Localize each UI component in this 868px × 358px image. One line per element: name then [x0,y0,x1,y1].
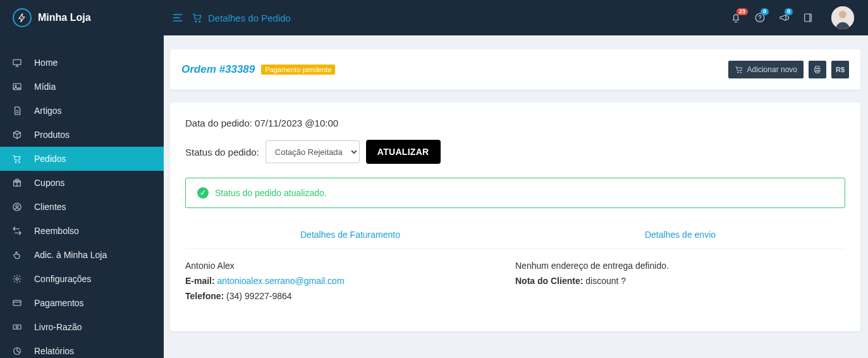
sidebar-item-payments[interactable]: Pagamentos [0,291,164,315]
svg-rect-22 [816,66,819,69]
image-icon [11,82,23,92]
sidebar-item-label: Adic. à Minha Loja [34,250,107,260]
sidebar-item-label: Reembolso [34,226,79,236]
sidebar-item-label: Produtos [34,130,70,140]
billing-phone: (34) 99227-9864 [226,291,292,301]
order-date-text: Data do pedido: 07/11/2023 @10:00 [185,118,845,128]
card-icon [11,298,23,308]
sidebar-item-label: Relatórios [34,346,74,356]
sidebar-item-label: Configurações [34,274,91,284]
payment-status-badge: Pagamento pendente [261,65,335,75]
status-label: Status do pedido: [185,147,259,157]
announce-badge: 0 [785,8,793,15]
success-alert: ✓ Status do pedido atualizado. [185,178,845,208]
main: Ordem #33389 Pagamento pendente Adiciona… [164,35,868,358]
note-value: discount ? [585,276,626,286]
sidebar-item-refund[interactable]: Reembolso [0,219,164,243]
sidebar-item-ledger[interactable]: Livro-Razão [0,315,164,339]
note-label: Nota do Cliente: [515,276,583,286]
section-divider [185,249,845,249]
svg-point-15 [16,278,18,280]
page-title: Detalhes do Pedido [208,13,291,23]
add-new-button[interactable]: Adicionar novo [728,61,804,78]
svg-point-6 [839,11,847,18]
billing-name: Antonio Alex [185,261,515,271]
megaphone-icon[interactable]: 0 [778,12,790,23]
sidebar-item-label: Mídia [34,82,56,92]
menu-toggle-icon[interactable] [171,11,184,24]
sidebar-item-reports[interactable]: Relatórios [0,339,164,358]
sidebar-item-addstore[interactable]: Adic. à Minha Loja [0,243,164,267]
help-badge: 0 [761,8,769,15]
svg-point-14 [16,205,18,207]
book-icon[interactable] [802,12,814,23]
status-select[interactable]: Cotação Rejeitada [266,140,360,163]
brand-title: Minha Loja [38,12,91,23]
sidebar-item-orders[interactable]: Pedidos [0,147,164,171]
currency-label: R$ [836,66,845,73]
gear-icon [11,274,23,284]
brand-logo-icon [13,8,32,27]
update-button[interactable]: ATUALIZAR [366,140,441,164]
add-new-label: Adicionar novo [747,65,797,74]
svg-point-21 [740,72,741,73]
topbar-left: Detalhes do Pedido [164,11,291,24]
sidebar-item-settings[interactable]: Configurações [0,267,164,291]
pointer-icon [11,250,23,260]
monitor-icon [11,58,23,68]
order-body-card: Data do pedido: 07/11/2023 @10:00 Status… [170,102,860,331]
sidebar-item-coupons[interactable]: Cupons [0,171,164,195]
sidebar-item-label: Home [34,58,58,68]
currency-button[interactable]: R$ [831,61,849,78]
sidebar-item-label: Pedidos [34,154,66,164]
topbar: Minha Loja Detalhes do Pedido 23 0 [0,0,868,35]
order-header-card: Ordem #33389 Pagamento pendente Adiciona… [170,49,860,90]
sidebar-item-products[interactable]: Produtos [0,123,164,147]
svg-point-1 [199,21,200,22]
sidebar-item-label: Livro-Razão [34,322,82,332]
shipping-no-address: Nenhum endereço de entrega definido. [515,261,845,271]
sidebar-item-label: Cupons [34,178,64,188]
svg-rect-7 [13,59,21,65]
svg-point-3 [759,20,761,21]
avatar[interactable] [831,6,854,29]
money-icon [11,322,23,332]
phone-label: Telefone: [185,291,224,301]
svg-point-10 [15,162,16,163]
sidebar-item-label: Artigos [34,106,62,116]
alert-text: Status do pedido atualizado. [215,188,327,198]
print-button[interactable] [809,61,826,78]
billing-email-link[interactable]: antonioalex.serrano@gmail.com [217,276,345,286]
cart-icon [11,154,23,164]
box-icon [11,130,23,140]
billing-heading: Detalhes de Faturamento [185,230,515,249]
svg-rect-4 [805,14,812,22]
sidebar-item-label: Clientes [34,202,66,212]
sidebar-item-customers[interactable]: Clientes [0,195,164,219]
svg-rect-17 [13,325,21,330]
email-label: E-mail: [185,276,215,286]
svg-point-11 [19,162,20,163]
svg-rect-16 [13,300,21,306]
gift-icon [11,178,23,188]
bell-badge: 23 [737,8,748,15]
sidebar-item-media[interactable]: Mídia [0,75,164,99]
sidebar-item-articles[interactable]: Artigos [0,99,164,123]
check-icon: ✓ [197,187,209,199]
chart-icon [11,346,23,356]
shipping-heading: Detalhes de envio [515,230,845,249]
sidebar: Home Mídia Artigos Produtos Pedidos Cupo… [0,35,164,358]
bell-icon[interactable]: 23 [730,12,742,23]
svg-point-0 [195,21,197,22]
topbar-right: 23 0 0 [730,6,868,29]
sidebar-item-home[interactable]: Home [0,51,164,75]
user-icon [11,202,23,212]
svg-point-18 [16,326,18,328]
file-icon [11,106,23,116]
sidebar-item-label: Pagamentos [34,298,84,308]
order-title: Ordem #33389 [181,63,255,76]
brand[interactable]: Minha Loja [0,0,164,35]
cart-icon [192,12,203,23]
help-icon[interactable]: 0 [754,12,766,23]
refund-icon [11,226,23,236]
